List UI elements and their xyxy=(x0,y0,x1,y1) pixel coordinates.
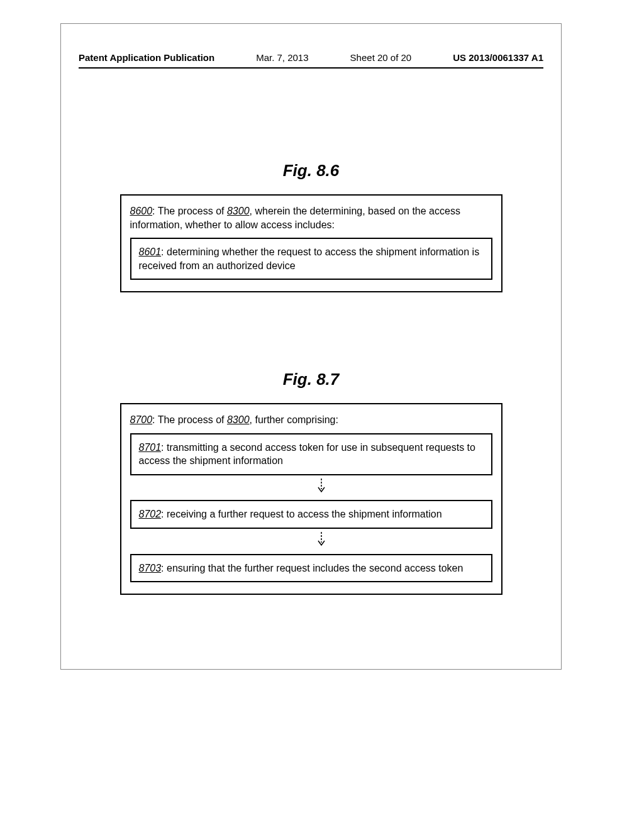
header-rule xyxy=(79,67,543,69)
ref-8300: 8300 xyxy=(227,206,250,216)
ref-8300: 8300 xyxy=(227,414,250,425)
page-frame: Patent Application Publication Mar. 7, 2… xyxy=(60,23,562,670)
text-fragment: , further comprising: xyxy=(250,414,338,425)
process-box-8600: 8600: The process of 8300, wherein the d… xyxy=(120,194,502,292)
publication-date: Mar. 7, 2013 xyxy=(256,52,308,63)
process-box-8700: 8700: The process of 8300, further compr… xyxy=(120,403,502,595)
sheet-number: Sheet 20 of 20 xyxy=(350,52,412,63)
process-intro: 8700: The process of 8300, further compr… xyxy=(130,413,492,427)
publication-number: US 2013/0061337 A1 xyxy=(453,52,543,63)
step-text: : receiving a further request to access … xyxy=(161,509,441,519)
step-text: : ensuring that the further request incl… xyxy=(161,563,463,573)
flow-arrow xyxy=(130,529,513,554)
figure-8-6: Fig. 8.6 8600: The process of 8300, wher… xyxy=(61,161,561,292)
ref-8702: 8702 xyxy=(139,509,162,519)
text-fragment: : The process of xyxy=(152,414,227,425)
figure-title: Fig. 8.6 xyxy=(61,161,561,180)
process-intro: 8600: The process of 8300, wherein the d… xyxy=(130,204,492,231)
ref-8700: 8700 xyxy=(130,414,153,425)
figure-8-7: Fig. 8.7 8700: The process of 8300, furt… xyxy=(61,370,561,595)
publication-label: Patent Application Publication xyxy=(79,52,214,63)
ref-8703: 8703 xyxy=(139,563,162,573)
step-text: : transmitting a second access token for… xyxy=(139,442,475,467)
step-text: : determining whether the request to acc… xyxy=(139,246,480,271)
step-box-8702: 8702: receiving a further request to acc… xyxy=(130,500,492,529)
ref-8701: 8701 xyxy=(139,442,162,453)
arrow-down-icon xyxy=(316,478,326,494)
ref-8600: 8600 xyxy=(130,206,153,216)
arrow-down-icon xyxy=(316,531,326,548)
flow-arrow xyxy=(130,475,513,501)
step-box-8703: 8703: ensuring that the further request … xyxy=(130,554,492,583)
ref-8601: 8601 xyxy=(139,246,162,257)
text-fragment: : The process of xyxy=(152,206,227,216)
step-box-8601: 8601: determining whether the request to… xyxy=(130,238,492,280)
figure-title: Fig. 8.7 xyxy=(61,370,561,389)
page-header: Patent Application Publication Mar. 7, 2… xyxy=(79,52,543,63)
step-box-8701: 8701: transmitting a second access token… xyxy=(130,433,492,475)
